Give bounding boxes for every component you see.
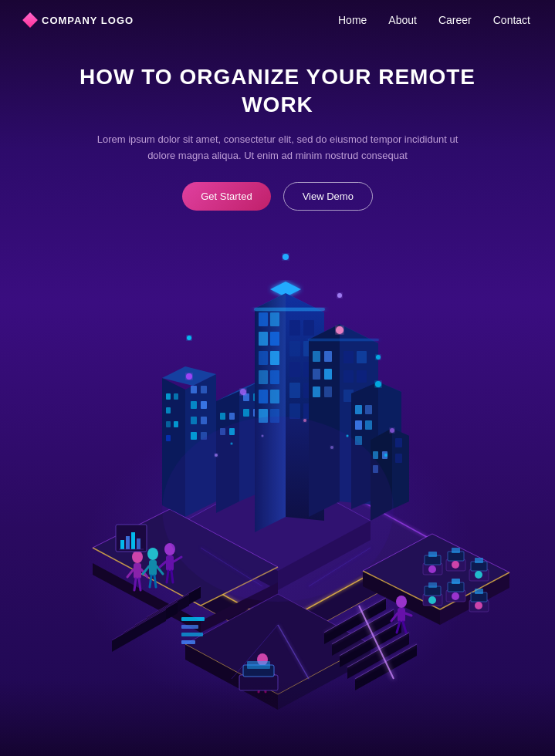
svg-point-157 (336, 326, 343, 334)
svg-rect-136 (355, 405, 362, 414)
svg-rect-108 (289, 362, 300, 377)
svg-rect-99 (270, 370, 279, 384)
svg-line-171 (134, 579, 136, 590)
nav-contact[interactable]: Contact (493, 14, 530, 26)
svg-point-159 (390, 428, 394, 433)
svg-rect-191 (181, 617, 205, 621)
svg-rect-97 (270, 351, 279, 365)
svg-point-166 (384, 454, 387, 457)
svg-rect-215 (452, 579, 460, 584)
svg-rect-64 (166, 435, 171, 441)
svg-point-167 (132, 551, 143, 563)
svg-point-74 (187, 336, 191, 340)
svg-rect-84 (243, 409, 249, 417)
svg-rect-92 (259, 312, 268, 326)
svg-rect-106 (289, 341, 300, 356)
logo-text: COMPANY LOGO (42, 15, 134, 26)
svg-line-183 (167, 571, 168, 582)
svg-rect-70 (201, 417, 207, 424)
hero-buttons: Get Started View Demo (62, 182, 493, 211)
get-started-button[interactable]: Get Started (182, 182, 270, 211)
svg-rect-67 (191, 401, 197, 409)
svg-rect-69 (191, 417, 197, 424)
svg-rect-137 (365, 405, 372, 414)
logo-diamond-icon (22, 12, 38, 28)
svg-rect-120 (324, 351, 332, 362)
nav-career[interactable]: Career (438, 14, 472, 26)
svg-rect-149 (254, 308, 325, 311)
svg-rect-193 (181, 633, 203, 636)
svg-rect-209 (475, 558, 483, 563)
svg-rect-79 (229, 413, 235, 420)
svg-point-224 (475, 602, 482, 609)
city-svg (0, 216, 555, 756)
hero-subtitle: Lorem ipsum dolor sit amet, consectetur … (85, 132, 471, 164)
svg-rect-105 (303, 320, 314, 336)
svg-rect-66 (201, 386, 207, 393)
nav-about[interactable]: About (388, 14, 417, 26)
svg-rect-180 (166, 555, 174, 571)
svg-rect-206 (452, 548, 460, 553)
svg-point-234 (162, 417, 394, 602)
svg-point-156 (240, 389, 246, 395)
svg-point-195 (396, 596, 407, 608)
svg-rect-174 (149, 560, 157, 575)
svg-rect-122 (324, 369, 332, 380)
svg-rect-96 (259, 351, 268, 365)
svg-line-184 (171, 571, 173, 582)
svg-point-220 (452, 561, 459, 569)
svg-rect-127 (343, 370, 354, 383)
svg-rect-110 (289, 383, 300, 398)
svg-rect-218 (475, 589, 483, 594)
svg-rect-147 (395, 438, 402, 447)
svg-point-223 (452, 592, 459, 600)
svg-rect-125 (343, 351, 354, 363)
svg-rect-100 (259, 390, 268, 403)
svg-point-135 (376, 355, 381, 359)
nav-home[interactable]: Home (338, 14, 367, 26)
svg-line-178 (154, 575, 156, 587)
hero-title: HOW TO ORGANIZE YOUR REMOTE WORK (62, 63, 493, 120)
svg-rect-192 (181, 625, 198, 629)
svg-rect-124 (324, 386, 332, 397)
svg-rect-68 (201, 401, 207, 409)
svg-point-219 (428, 565, 436, 573)
view-demo-button[interactable]: View Demo (283, 182, 373, 211)
svg-line-177 (150, 575, 151, 587)
svg-rect-104 (289, 320, 300, 336)
svg-rect-93 (270, 312, 279, 326)
svg-point-155 (186, 373, 192, 380)
svg-rect-194 (181, 640, 195, 644)
page-wrapper: COMPANY LOGO Home About Career Contact H… (0, 0, 555, 756)
svg-rect-128 (357, 370, 367, 383)
logo: COMPANY LOGO (25, 15, 134, 26)
header: COMPANY LOGO Home About Career Contact (0, 0, 555, 40)
svg-rect-121 (313, 369, 320, 380)
svg-rect-95 (270, 332, 279, 346)
svg-rect-101 (270, 390, 279, 403)
svg-rect-119 (313, 351, 320, 362)
hero-section: HOW TO ORGANIZE YOUR REMOTE WORK Lorem i… (0, 40, 555, 211)
navigation: Home About Career Contact (338, 14, 530, 26)
svg-rect-60 (174, 393, 178, 400)
svg-rect-59 (166, 393, 171, 400)
svg-rect-196 (398, 608, 405, 622)
svg-rect-187 (126, 536, 130, 549)
svg-rect-188 (131, 532, 135, 549)
svg-rect-168 (134, 563, 141, 579)
city-illustration (0, 216, 555, 756)
svg-rect-150 (308, 339, 379, 341)
svg-point-221 (475, 571, 482, 579)
svg-rect-235 (0, 679, 555, 756)
svg-rect-123 (313, 386, 320, 397)
svg-point-222 (428, 596, 436, 604)
svg-rect-203 (428, 552, 437, 557)
svg-line-172 (139, 579, 140, 590)
svg-rect-63 (174, 421, 178, 427)
svg-rect-62 (166, 421, 171, 427)
svg-rect-212 (428, 582, 437, 588)
svg-rect-78 (220, 413, 225, 420)
svg-rect-98 (259, 370, 268, 384)
svg-rect-71 (191, 432, 197, 440)
svg-rect-138 (355, 420, 362, 430)
